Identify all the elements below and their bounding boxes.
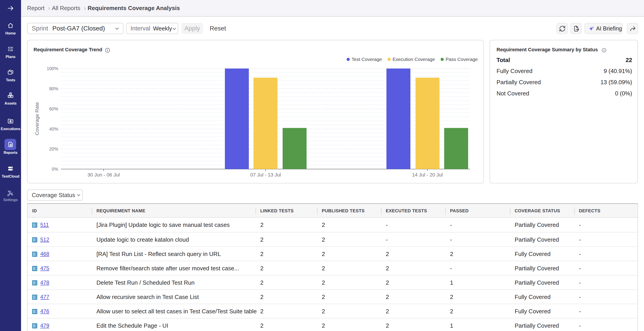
svg-text:80%: 80%	[49, 86, 58, 91]
svg-text:100%: 100%	[47, 66, 58, 71]
svg-text:60%: 60%	[49, 106, 58, 111]
svg-text:30 Jun - 06 Jul: 30 Jun - 06 Jul	[88, 172, 120, 178]
svg-text:07 Jul - 13 Jul: 07 Jul - 13 Jul	[250, 172, 281, 178]
svg-text:0%: 0%	[52, 167, 58, 172]
svg-text:40%: 40%	[49, 127, 58, 131]
svg-text:20%: 20%	[49, 146, 58, 151]
svg-text:Coverage Rate: Coverage Rate	[34, 102, 40, 135]
svg-text:14 Jul - 20 Jul: 14 Jul - 20 Jul	[412, 172, 443, 178]
